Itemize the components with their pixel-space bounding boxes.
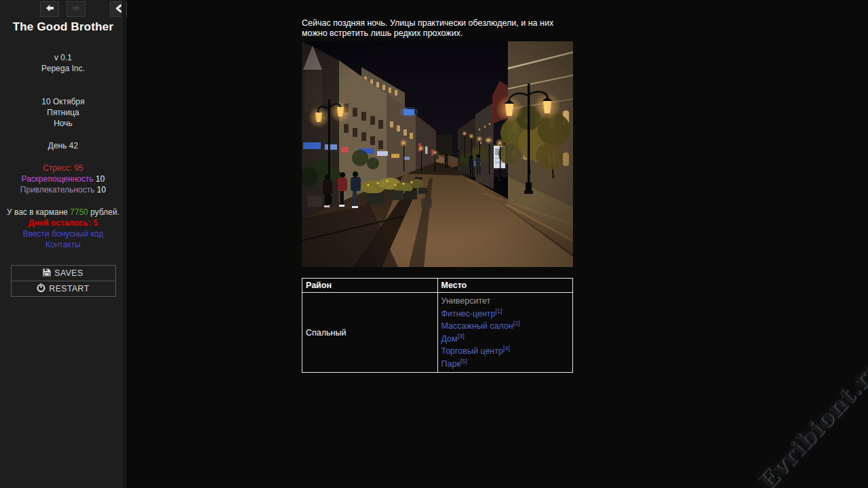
- saves-button[interactable]: SAVES: [11, 265, 116, 281]
- bonus-code-link[interactable]: Ввести бонусный код: [0, 228, 126, 239]
- day-counter: День 42: [0, 140, 126, 151]
- nav-forward-button[interactable]: [66, 1, 85, 17]
- main-content: Сейчас поздняя ночь. Улицы практически о…: [302, 18, 574, 373]
- stat-stress: Стресс: 95: [0, 163, 126, 174]
- place-shopping-mall[interactable]: Торговый центр[4]: [441, 345, 570, 358]
- wallet-line: У вас в кармане 7750 рублей.: [0, 207, 126, 218]
- place-massage-salon[interactable]: Массажный салон[2]: [441, 320, 570, 333]
- column-header-place: Место: [437, 279, 573, 293]
- locations-table: Район Место Спальный Университет Фитнес-…: [302, 278, 573, 373]
- game-date: 10 Октября: [0, 96, 126, 107]
- column-header-district: Район: [302, 279, 438, 293]
- nav-back-button[interactable]: [40, 1, 59, 17]
- contacts-link[interactable]: Контакты: [0, 239, 126, 250]
- sidebar: The Good Brother v 0.1 Pepega Inc. 10 Ок…: [0, 0, 127, 488]
- arrow-right-icon: [71, 4, 81, 14]
- restart-button[interactable]: RESTART: [11, 281, 116, 297]
- place-fitness-center[interactable]: Фитнес-центр[1]: [441, 308, 570, 321]
- game-weekday: Пятница: [0, 107, 126, 118]
- place-university: Университет: [441, 295, 570, 308]
- arrow-left-icon: [45, 4, 55, 14]
- stat-looseness: Раскрепощенность 10: [0, 174, 126, 184]
- story-text: Сейчас поздняя ночь. Улицы практически о…: [302, 18, 574, 39]
- floppy-disk-icon: [43, 268, 51, 279]
- site-watermark: Evribiont.ru: [753, 362, 868, 488]
- scene-photo-night-street: [302, 41, 573, 267]
- chevron-left-icon: [115, 4, 123, 15]
- table-row: Спальный Университет Фитнес-центр[1] Мас…: [302, 293, 573, 373]
- district-name: Спальный: [302, 293, 438, 373]
- game-time-of-day: Ночь: [0, 118, 126, 129]
- days-left: Дней осталось: 5: [0, 218, 126, 228]
- place-home[interactable]: Дом[3]: [441, 333, 570, 346]
- power-icon: [37, 283, 45, 294]
- stat-attractiveness: Привлекательность 10: [0, 184, 126, 195]
- place-park[interactable]: Парк[5]: [441, 358, 570, 371]
- company-name: Pepega Inc.: [0, 63, 126, 74]
- game-title: The Good Brother: [0, 20, 126, 34]
- game-version: v 0.1: [0, 52, 126, 63]
- money-amount: 7750: [70, 207, 88, 217]
- sidebar-collapse-button[interactable]: [110, 1, 127, 17]
